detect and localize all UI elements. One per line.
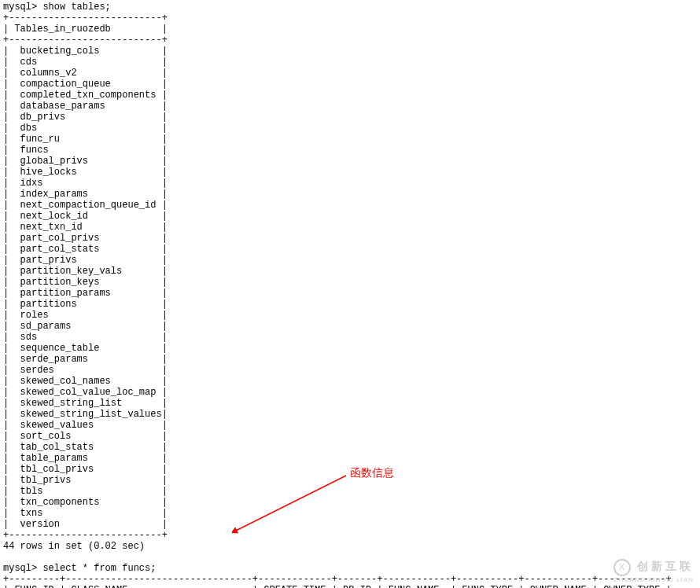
watermark-icon: X [613, 559, 631, 576]
watermark-brand-cn: 创新互联 [637, 560, 694, 572]
terminal-output: mysql> show tables; +-------------------… [0, 0, 700, 588]
watermark-brand-py: CHUANG XIN HU LIAN [613, 576, 694, 583]
watermark: X 创新互联 CHUANG XIN HU LIAN [613, 559, 694, 583]
